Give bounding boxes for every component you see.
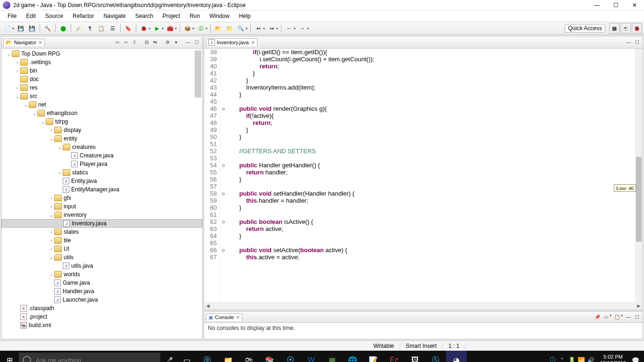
start-button[interactable]: ⊞	[0, 356, 19, 362]
tree-node-handler-java[interactable]: JHandler.java	[1, 287, 202, 296]
view-menu-button[interactable]: ▾	[172, 39, 180, 46]
notifications-icon[interactable]: 💬	[631, 357, 640, 362]
tree-node-entitymanager-java[interactable]: JEntityManager.java	[1, 185, 202, 194]
run-button[interactable]: ▶	[152, 24, 162, 33]
fold-column[interactable]: ⊖⊖⊖⊖⊖	[220, 49, 227, 302]
task-view-button[interactable]: ▭	[176, 351, 197, 362]
help-tray-icon[interactable]: ⓘ	[548, 356, 558, 362]
link-editor-button[interactable]: ⇆	[151, 39, 159, 46]
maximize-view-button[interactable]: ☐	[193, 39, 200, 46]
collapse-icon[interactable]: ⌄	[49, 213, 54, 218]
next-annotation-button[interactable]: ↣	[267, 24, 276, 33]
scroll-left-button[interactable]: ◄	[204, 303, 212, 309]
open-type-button[interactable]: 📂	[214, 24, 223, 33]
tree-node-bin[interactable]: ›bin	[1, 66, 202, 75]
editor-tab-inventory[interactable]: J Inventory.java ✕	[206, 38, 257, 46]
open-perspective-button[interactable]: ▦	[609, 23, 619, 33]
toggle-mark-button[interactable]: 🔖	[124, 24, 133, 33]
forward-button[interactable]: →	[297, 24, 307, 33]
winrar-icon[interactable]: 📚	[259, 351, 280, 362]
tree-node-states[interactable]: ›states	[1, 228, 202, 236]
menu-edit[interactable]: Edit	[21, 12, 41, 20]
tree-node-net[interactable]: ⌄net	[1, 100, 202, 109]
tree-node-gfx[interactable]: ›gfx	[1, 194, 202, 202]
taskbar-clock[interactable]: 5:02 PM 12/13/2016	[595, 354, 631, 362]
expand-icon[interactable]: ›	[15, 60, 20, 65]
expand-icon[interactable]: ›	[49, 196, 54, 201]
editor-vertical-scrollbar[interactable]	[635, 49, 643, 302]
filter-button[interactable]: ⚙	[164, 39, 171, 46]
menu-search[interactable]: Search	[131, 12, 158, 20]
tree-node-ethangibson[interactable]: ⌄ethangibson	[1, 109, 202, 117]
save-all-button[interactable]: 💾	[27, 24, 37, 33]
build-button[interactable]: 🔨	[43, 24, 52, 33]
prev-annotation-button[interactable]: ↢	[254, 24, 263, 33]
tree-node-utils[interactable]: ⌄utils	[1, 253, 202, 262]
nav-back-button[interactable]: ⇦	[114, 39, 121, 46]
tree-node--classpath[interactable]: X.classpath	[1, 304, 202, 313]
back-button[interactable]: ←	[284, 24, 294, 33]
menu-run[interactable]: Run	[185, 12, 205, 20]
expand-icon[interactable]: ›	[57, 170, 63, 175]
new-button[interactable]: 📄	[3, 24, 12, 33]
tree-scrollbar[interactable]	[195, 50, 201, 98]
cortana-search[interactable]: Ask me anything	[19, 353, 160, 362]
chrome-icon[interactable]: 🌐	[342, 351, 363, 362]
close-icon[interactable]: ✕	[251, 40, 255, 46]
wand-button[interactable]: 🪄	[74, 24, 83, 33]
expand-icon[interactable]: ›	[49, 238, 54, 243]
minimize-button[interactable]: —	[587, 0, 606, 10]
collapse-icon[interactable]: ⌄	[32, 111, 37, 116]
close-icon[interactable]: ✕	[236, 314, 240, 321]
maximize-button[interactable]: ☐	[606, 0, 625, 10]
nav-forward-button[interactable]: ⇨	[122, 39, 130, 46]
skype-icon[interactable]: Ⓢ	[425, 351, 446, 362]
tree-node-top-down-rpg[interactable]: ⌄Top Down RPG	[1, 49, 202, 58]
fold-marker[interactable]: ⊖	[220, 162, 227, 169]
tree-node-ui[interactable]: ›UI	[1, 245, 202, 253]
tree-node-creatures[interactable]: ⌄creatures	[1, 143, 202, 151]
store-icon[interactable]: 🛍	[239, 351, 259, 362]
open-task-button[interactable]: 📁	[225, 24, 234, 33]
tray-up-icon[interactable]: ˄	[558, 357, 567, 362]
eclipse-taskbar-icon[interactable]: ◕	[446, 351, 467, 362]
menu-help[interactable]: Help	[234, 12, 256, 20]
expand-icon[interactable]: ›	[49, 128, 54, 133]
maximize-console-button[interactable]: ☐	[633, 313, 641, 321]
tree-node-entity[interactable]: ⌄entity	[1, 134, 202, 143]
save-button[interactable]: 💾	[16, 24, 25, 33]
edge-icon[interactable]: ⓔ	[197, 351, 218, 362]
app-icon[interactable]: ⦿	[280, 351, 301, 362]
debug-button[interactable]: 🐞	[139, 24, 149, 33]
tree-node-launcher-java[interactable]: JLauncher.java	[1, 296, 202, 304]
wifi-icon[interactable]: 📶	[577, 357, 586, 362]
notepad-icon[interactable]: 📝	[363, 351, 384, 362]
tree-node--settings[interactable]: ›.settings	[1, 58, 202, 66]
menu-file[interactable]: File	[3, 12, 21, 20]
tree-node-tile[interactable]: ›tile	[1, 236, 202, 245]
quick-access-input[interactable]: Quick Access	[565, 24, 605, 33]
nav-up-button[interactable]: ⇧	[131, 39, 138, 46]
expand-icon[interactable]: ›	[49, 204, 54, 209]
fold-marker[interactable]: ⊖	[220, 190, 227, 197]
console-tab[interactable]: ▣ Console ✕	[206, 313, 242, 321]
minimize-console-button[interactable]: —	[625, 313, 632, 321]
menu-source[interactable]: Source	[41, 12, 68, 20]
collapse-all-button[interactable]: ⊟	[143, 39, 150, 46]
tree-node-build-xml[interactable]: 🐜build.xml	[1, 321, 202, 329]
java-perspective-button[interactable]: ☕	[620, 23, 631, 33]
collapse-icon[interactable]: ⌄	[6, 51, 12, 57]
word-icon[interactable]: W	[301, 351, 322, 362]
app2-icon[interactable]: 🖼	[405, 351, 425, 362]
scrollbar-thumb[interactable]	[636, 157, 642, 242]
volume-icon[interactable]: 🔊	[586, 357, 595, 362]
code-editor[interactable]: 3839404142434445464748495051525354555657…	[204, 49, 643, 302]
display-console-button[interactable]: ▭	[602, 313, 610, 321]
tree-node-worlds[interactable]: ›worlds	[1, 270, 202, 279]
debug-breakpoint-button[interactable]: ⬤	[58, 24, 68, 33]
collapse-icon[interactable]: ⌄	[40, 119, 46, 124]
show-whitespace-button[interactable]: ¶	[85, 24, 95, 33]
expand-icon[interactable]: ›	[49, 247, 54, 252]
pin-console-button[interactable]: 📌	[594, 313, 601, 321]
tree-node-game-java[interactable]: JGame.java	[1, 279, 202, 287]
